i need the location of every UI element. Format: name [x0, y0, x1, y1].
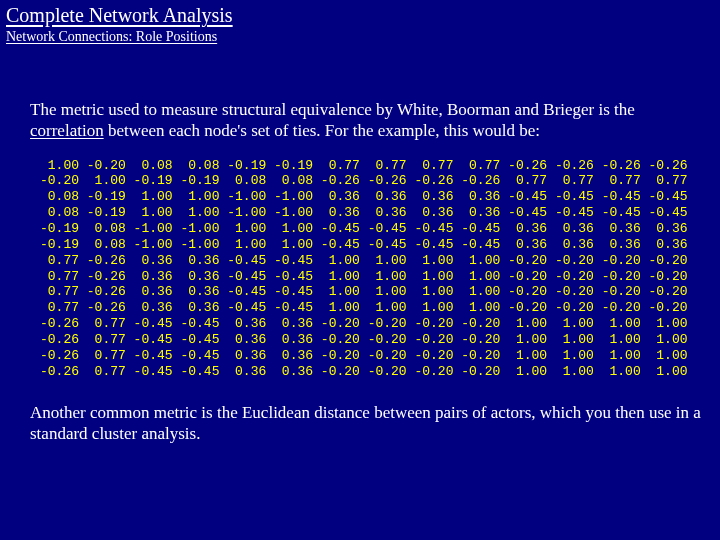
para1-text-b: between each node's set of ties. For the… [104, 121, 540, 140]
content: The metric used to measure structural eq… [0, 51, 720, 444]
para1-text-a: The metric used to measure structural eq… [30, 100, 635, 119]
paragraph-2: Another common metric is the Euclidean d… [30, 402, 702, 445]
para1-underline: correlation [30, 121, 104, 140]
correlation-matrix: 1.00 -0.20 0.08 0.08 -0.19 -0.19 0.77 0.… [40, 158, 702, 380]
paragraph-1: The metric used to measure structural eq… [30, 99, 702, 142]
header: Complete Network Analysis Network Connec… [0, 0, 720, 45]
slide-title: Complete Network Analysis [6, 4, 714, 27]
slide-subtitle: Network Connections: Role Positions [6, 29, 714, 45]
